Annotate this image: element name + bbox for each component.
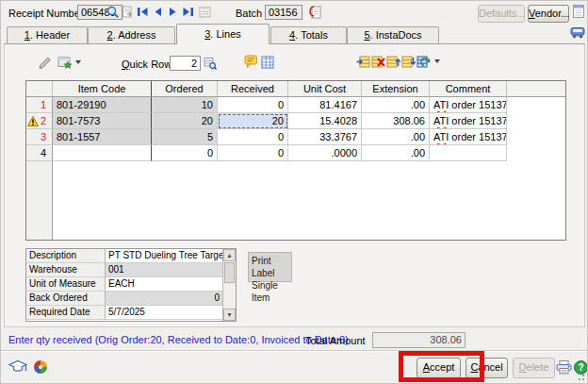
- cell-received[interactable]: 0: [218, 129, 288, 145]
- insert-row-icon[interactable]: [356, 55, 370, 68]
- nav-next-icon[interactable]: [166, 5, 179, 19]
- batch-label: Batch: [236, 8, 262, 19]
- eraser-icon[interactable]: [37, 55, 52, 70]
- cell-ordered[interactable]: 0: [152, 145, 218, 161]
- row-number: 3: [26, 129, 53, 145]
- tab-totals[interactable]: 4. Totals: [270, 26, 347, 43]
- print-label-single-item-button[interactable]: Print Label Single Item: [248, 252, 292, 282]
- item-search-icon[interactable]: [57, 54, 73, 70]
- nav-last-icon[interactable]: [181, 5, 194, 19]
- extended-grid-icon[interactable]: [260, 55, 274, 69]
- cell-item-code[interactable]: [53, 145, 152, 161]
- delete-row-icon[interactable]: [371, 55, 385, 68]
- cell-comment[interactable]: ATI order 151370: [430, 129, 507, 145]
- quick-row-find-icon[interactable]: [203, 56, 217, 70]
- cell-item-code[interactable]: 801-1557: [53, 129, 152, 145]
- print-icon[interactable]: [555, 359, 572, 375]
- detail-scrollbar[interactable]: ▲ ▼: [222, 249, 236, 321]
- tab-header[interactable]: 1. Header: [7, 26, 88, 43]
- detail-label: Back Ordered: [26, 292, 106, 306]
- lookup-icon[interactable]: [106, 5, 120, 19]
- vendor-button[interactable]: Vendor...: [528, 5, 569, 23]
- quick-row-label: Quick Row: [122, 58, 172, 70]
- batch-icon[interactable]: [306, 4, 322, 20]
- svg-text:?: ?: [578, 362, 583, 373]
- cancel-button[interactable]: Cancel: [466, 358, 508, 378]
- memo-icon[interactable]: [572, 4, 585, 19]
- grid-corner: [26, 81, 53, 97]
- accept-button[interactable]: Accept: [416, 358, 461, 378]
- col-unit-cost: Unit Cost: [288, 81, 362, 97]
- move-row-up-icon[interactable]: [386, 55, 400, 68]
- cell-unit-cost[interactable]: .0000: [288, 145, 362, 161]
- resize-grip[interactable]: [582, 378, 584, 380]
- cell-unit-cost[interactable]: 81.4167: [288, 97, 362, 113]
- detail-label: Warehouse: [26, 263, 106, 277]
- comment-icon[interactable]: [243, 54, 258, 69]
- row-tools-dropdown-icon[interactable]: [434, 59, 440, 63]
- detail-label: Required Date: [26, 306, 106, 320]
- delivery-truck-icon[interactable]: [569, 25, 585, 39]
- memo-list-icon[interactable]: [198, 5, 212, 19]
- cell-item-code[interactable]: 801-29190: [53, 97, 152, 113]
- row-number: 1: [26, 97, 53, 113]
- nav-first-icon[interactable]: [136, 5, 149, 19]
- detail-value-back-ordered[interactable]: 0: [106, 292, 222, 306]
- print-preview-icon[interactable]: [121, 5, 135, 19]
- cell-item-code[interactable]: 801-7573: [53, 113, 152, 129]
- cell-extension[interactable]: .00: [362, 97, 430, 113]
- cell-ordered[interactable]: 20: [152, 113, 218, 129]
- detail-value-warehouse[interactable]: 001: [106, 263, 222, 277]
- row-number: 4: [26, 145, 53, 161]
- insights-pie-icon[interactable]: [32, 359, 48, 375]
- col-extension: Extension: [362, 81, 430, 97]
- tab-address[interactable]: 2. Address: [88, 26, 175, 43]
- cell-comment[interactable]: [430, 145, 507, 161]
- tab-instadocs[interactable]: 5. InstaDocs: [347, 26, 439, 43]
- training-cap-icon[interactable]: [8, 359, 27, 375]
- total-amount-label: Total Amount: [305, 335, 366, 346]
- row-number: 2: [26, 113, 53, 129]
- cell-comment[interactable]: ATI order 151370: [430, 113, 507, 129]
- scroll-down-icon[interactable]: ▼: [223, 309, 236, 321]
- reset-row-icon[interactable]: [416, 55, 431, 68]
- detail-value-unit-of-measure[interactable]: EACH: [106, 277, 222, 292]
- defaults-button: Defaults...: [478, 5, 525, 23]
- cell-unit-cost[interactable]: 33.3767: [288, 129, 362, 145]
- cell-received[interactable]: 0: [218, 145, 288, 161]
- scrollbar-thumb[interactable]: [224, 262, 235, 283]
- status-message: Enter qty received (Orig Order:20, Recei…: [8, 334, 349, 345]
- receipt-number-label: Receipt Number: [8, 8, 83, 19]
- cell-extension[interactable]: .00: [362, 129, 430, 145]
- receipt-of-goods-window: Receipt Number 065480 Batch 03156 Defaul…: [0, 0, 588, 384]
- detail-value-description[interactable]: PT STD Dueling Tree Target Pad: [106, 249, 222, 263]
- scroll-up-icon[interactable]: ▲: [223, 249, 236, 261]
- item-search-dropdown-icon[interactable]: [75, 60, 81, 64]
- footer-divider: [1, 350, 588, 352]
- col-received: Received: [218, 81, 288, 97]
- lines-grid: Item Code Ordered Received Unit Cost Ext…: [25, 80, 566, 241]
- cell-extension[interactable]: 308.06: [362, 113, 430, 129]
- line-detail-panel: Description PT STD Dueling Tree Target P…: [25, 248, 237, 322]
- cell-unit-cost[interactable]: 15.4028: [288, 113, 362, 129]
- col-comment: Comment: [430, 81, 507, 97]
- detail-label: Unit of Measure: [26, 277, 106, 292]
- cell-comment[interactable]: ATI order 151370: [430, 97, 507, 113]
- cell-received[interactable]: 0: [218, 97, 288, 113]
- total-amount-field: 308.06: [372, 332, 466, 348]
- detail-label: Description: [26, 249, 106, 263]
- detail-value-required-date[interactable]: 5/7/2025: [106, 306, 222, 320]
- tab-lines[interactable]: 3. Lines: [176, 24, 270, 44]
- cell-ordered[interactable]: 10: [152, 97, 218, 113]
- help-icon[interactable]: ?: [573, 359, 588, 375]
- copy-row-icon[interactable]: [401, 55, 416, 68]
- col-item-code: Item Code: [53, 81, 152, 97]
- quick-row-input[interactable]: 2: [170, 56, 201, 71]
- nav-previous-icon[interactable]: [151, 5, 164, 19]
- batch-field[interactable]: 03156: [265, 5, 302, 20]
- col-ordered: Ordered: [152, 81, 218, 97]
- cell-received-focused[interactable]: 20: [218, 113, 288, 129]
- cell-extension[interactable]: .00: [362, 145, 430, 161]
- cell-ordered[interactable]: 5: [152, 129, 218, 145]
- delete-button: Delete: [513, 358, 555, 378]
